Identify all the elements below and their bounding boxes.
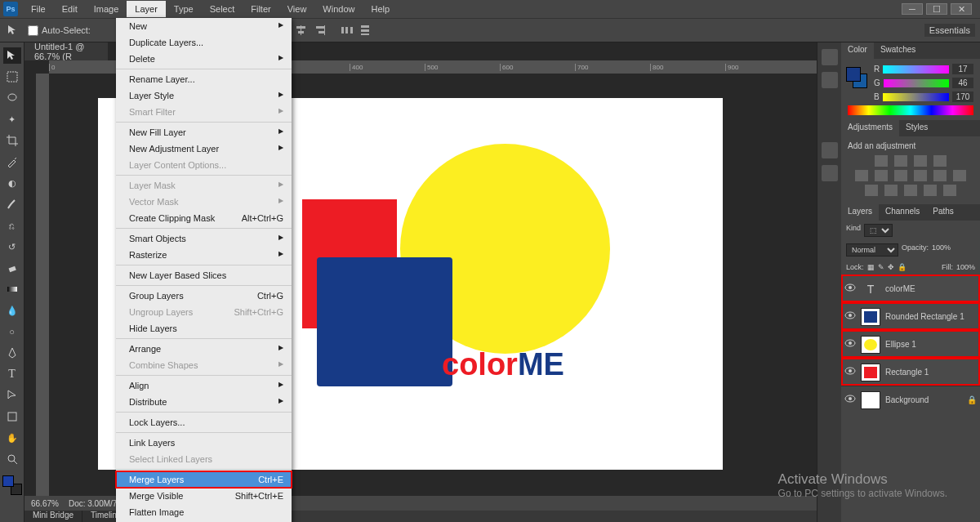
menu-item-rename-layer-[interactable]: Rename Layer... bbox=[116, 71, 292, 87]
blur-tool[interactable]: 💧 bbox=[3, 302, 21, 319]
dodge-tool[interactable]: ○ bbox=[3, 323, 21, 340]
eraser-tool[interactable] bbox=[3, 260, 21, 276]
panel-tab-swatches[interactable]: Swatches bbox=[874, 42, 922, 59]
menu-item-hide-layers[interactable]: Hide Layers bbox=[116, 320, 292, 337]
lasso-tool[interactable] bbox=[3, 90, 21, 106]
color-swatch-large[interactable] bbox=[846, 67, 867, 88]
history-brush-tool[interactable]: ↺ bbox=[3, 239, 21, 255]
eyedropper-tool[interactable] bbox=[3, 154, 21, 170]
adj-mixer-icon[interactable] bbox=[953, 170, 966, 181]
healing-tool[interactable]: ◐ bbox=[3, 175, 21, 191]
shape-tool[interactable] bbox=[3, 408, 21, 425]
slider-b[interactable] bbox=[883, 93, 949, 101]
minimize-button[interactable]: ─ bbox=[902, 3, 923, 15]
blend-mode-select[interactable]: Normal bbox=[846, 243, 898, 257]
layer-row[interactable]: Rectangle 1 bbox=[841, 358, 980, 386]
adj-levels-icon[interactable] bbox=[894, 155, 907, 167]
menu-item-distribute[interactable]: Distribute▶ bbox=[116, 394, 292, 410]
adj-curves-icon[interactable] bbox=[914, 155, 927, 167]
visibility-toggle-icon[interactable] bbox=[844, 367, 856, 378]
maximize-button[interactable]: ☐ bbox=[926, 3, 947, 15]
menu-item-new-fill-layer[interactable]: New Fill Layer▶ bbox=[116, 124, 292, 141]
panel-tab-styles[interactable]: Styles bbox=[899, 120, 934, 136]
workspace-selector[interactable]: Essentials bbox=[924, 24, 975, 37]
menu-item-duplicate-layers-[interactable]: Duplicate Layers... bbox=[116, 34, 292, 51]
visibility-toggle-icon[interactable] bbox=[844, 395, 856, 406]
panel-tab-adjustments[interactable]: Adjustments bbox=[841, 120, 899, 136]
lock-all-icon[interactable]: 🔒 bbox=[898, 263, 906, 271]
value-g[interactable]: 46 bbox=[952, 78, 973, 88]
panel-tab-channels[interactable]: Channels bbox=[879, 204, 926, 221]
menu-item-link-layers[interactable]: Link Layers bbox=[116, 435, 292, 451]
align-right-icon[interactable] bbox=[311, 23, 327, 38]
adj-photo-icon[interactable] bbox=[933, 170, 947, 181]
opacity-value[interactable]: 100% bbox=[932, 243, 951, 257]
pen-tool[interactable] bbox=[3, 345, 21, 361]
color-swatches[interactable] bbox=[2, 475, 22, 495]
panel-tab-layers[interactable]: Layers bbox=[841, 204, 879, 221]
menu-layer[interactable]: Layer bbox=[127, 1, 166, 17]
menu-item-flatten-image[interactable]: Flatten Image bbox=[116, 504, 292, 520]
adj-gradient-icon[interactable] bbox=[924, 185, 937, 196]
visibility-toggle-icon[interactable] bbox=[844, 283, 856, 295]
menu-item-rasterize[interactable]: Rasterize▶ bbox=[116, 247, 292, 263]
history-panel-icon[interactable] bbox=[822, 49, 838, 65]
menu-edit[interactable]: Edit bbox=[54, 1, 86, 17]
bottom-tab-mini-bridge[interactable]: Mini Bridge bbox=[24, 511, 82, 522]
zoom-level[interactable]: 66.67% bbox=[31, 499, 59, 508]
menu-image[interactable]: Image bbox=[86, 1, 127, 17]
slider-r[interactable] bbox=[883, 65, 949, 74]
path-select-tool[interactable] bbox=[3, 387, 21, 404]
character-panel-icon[interactable] bbox=[822, 142, 838, 158]
paragraph-panel-icon[interactable] bbox=[822, 165, 838, 181]
menu-item-delete[interactable]: Delete▶ bbox=[116, 51, 292, 67]
visibility-toggle-icon[interactable] bbox=[844, 311, 856, 323]
document-tab[interactable]: Untitled-1 @ 66.7% (R bbox=[24, 42, 108, 60]
layer-kind-select[interactable]: ⬚ bbox=[864, 224, 893, 237]
layer-row[interactable]: Ellipse 1 bbox=[841, 330, 980, 358]
menu-item-new[interactable]: New▶ bbox=[116, 18, 292, 34]
lock-position-icon[interactable]: ✥ bbox=[888, 263, 894, 271]
adj-select-icon[interactable] bbox=[943, 185, 956, 196]
type-tool[interactable]: T bbox=[3, 366, 21, 382]
menu-item-layer-style[interactable]: Layer Style▶ bbox=[116, 87, 292, 104]
menu-item-new-adjustment-layer[interactable]: New Adjustment Layer▶ bbox=[116, 141, 292, 157]
layer-row[interactable]: TcolorME bbox=[841, 274, 980, 302]
value-b[interactable]: 170 bbox=[952, 91, 973, 102]
menu-item-arrange[interactable]: Arrange▶ bbox=[116, 341, 292, 357]
menu-type[interactable]: Type bbox=[166, 1, 202, 17]
adj-invert-icon[interactable] bbox=[865, 185, 878, 196]
menu-item-lock-layers-[interactable]: Lock Layers... bbox=[116, 414, 292, 431]
menu-item-align[interactable]: Align▶ bbox=[116, 377, 292, 394]
menu-item-merge-layers[interactable]: Merge LayersCtrl+E bbox=[116, 471, 292, 488]
close-button[interactable]: ✕ bbox=[951, 3, 972, 15]
menu-item-merge-visible[interactable]: Merge VisibleShift+Ctrl+E bbox=[116, 488, 292, 504]
menu-view[interactable]: View bbox=[279, 1, 315, 17]
adj-hue-icon[interactable] bbox=[875, 170, 888, 181]
wand-tool[interactable]: ✦ bbox=[3, 111, 21, 127]
menu-filter[interactable]: Filter bbox=[243, 1, 278, 17]
distribute-h-icon[interactable] bbox=[339, 23, 355, 38]
stamp-tool[interactable]: ⎌ bbox=[3, 217, 21, 234]
slider-g[interactable] bbox=[884, 79, 949, 87]
menu-file[interactable]: File bbox=[23, 1, 54, 17]
adj-brightness-icon[interactable] bbox=[875, 155, 888, 167]
adj-poster-icon[interactable] bbox=[884, 185, 898, 196]
adj-thresh-icon[interactable] bbox=[904, 185, 917, 196]
zoom-tool[interactable] bbox=[3, 451, 21, 467]
layer-row[interactable]: Background🔒 bbox=[841, 386, 980, 413]
distribute-v-icon[interactable] bbox=[357, 23, 373, 38]
hand-tool[interactable]: ✋ bbox=[3, 430, 21, 446]
adj-vibrance-icon[interactable] bbox=[855, 170, 868, 181]
adj-exposure-icon[interactable] bbox=[933, 155, 947, 167]
adj-bw-icon[interactable] bbox=[914, 170, 927, 181]
move-tool[interactable] bbox=[3, 47, 21, 64]
menu-window[interactable]: Window bbox=[314, 1, 363, 17]
menu-item-create-clipping-mask[interactable]: Create Clipping MaskAlt+Ctrl+G bbox=[116, 210, 292, 226]
panel-tab-color[interactable]: Color bbox=[841, 42, 874, 59]
crop-tool[interactable] bbox=[3, 132, 21, 149]
auto-select-checkbox[interactable]: Auto-Select: bbox=[28, 25, 91, 36]
menu-help[interactable]: Help bbox=[363, 1, 398, 17]
lock-pixels-icon[interactable]: ✎ bbox=[878, 263, 884, 271]
marquee-tool[interactable] bbox=[3, 69, 21, 85]
